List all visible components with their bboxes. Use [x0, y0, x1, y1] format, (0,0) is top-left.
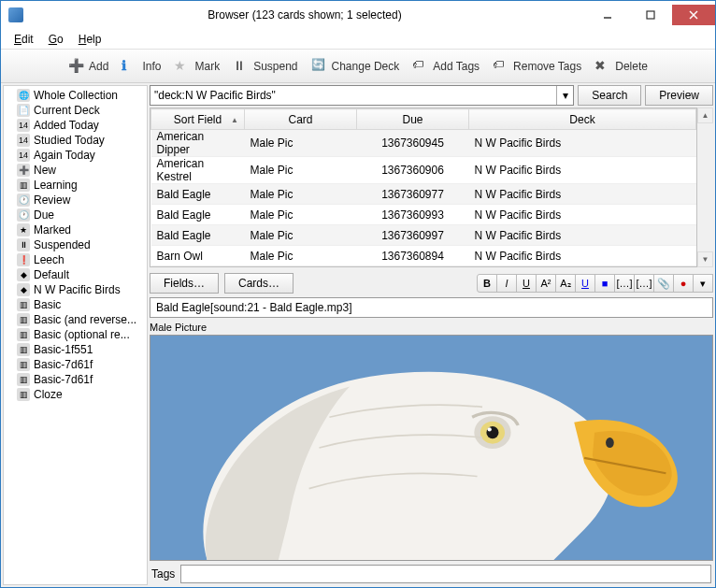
subscript-button[interactable]: A₂: [555, 274, 576, 293]
tags-input[interactable]: [180, 565, 711, 583]
tree-icon: ▥: [17, 358, 30, 371]
sidebar-item[interactable]: ❗Leech: [4, 252, 147, 267]
col-deck[interactable]: Deck: [469, 109, 696, 130]
tree-label: Review: [34, 194, 70, 207]
sidebar-item[interactable]: ▥Basic (and reverse...: [4, 312, 147, 327]
cloze-button[interactable]: […]: [614, 274, 635, 293]
record-button[interactable]: ●: [673, 274, 694, 293]
cell: N W Pacific Birds: [469, 225, 696, 246]
sidebar-item[interactable]: 🕐Due: [4, 208, 147, 222]
sidebar-item[interactable]: ▥Basic-7d61f: [4, 372, 147, 387]
sidebar-item[interactable]: ◆N W Pacific Birds: [4, 282, 147, 297]
add-button[interactable]: Add: [68, 58, 108, 75]
italic-button[interactable]: I: [496, 274, 517, 293]
close-button[interactable]: [672, 5, 715, 25]
tree-icon: ▥: [17, 328, 30, 341]
cards-button[interactable]: Cards…: [224, 273, 294, 294]
sidebar-item[interactable]: ▥Basic (optional re...: [4, 327, 147, 342]
tree-icon: 🕐: [17, 194, 30, 207]
fields-button[interactable]: Fields…: [150, 273, 219, 294]
col-card[interactable]: Card: [245, 109, 357, 130]
table-scrollbar[interactable]: ▲ ▼: [697, 108, 713, 267]
tree-icon: ★: [17, 223, 30, 237]
preview-button[interactable]: Preview: [645, 85, 713, 106]
svg-rect-1: [647, 11, 654, 19]
col-sort-field[interactable]: Sort Field: [151, 109, 245, 130]
tree-icon: ▥: [17, 179, 30, 192]
sidebar-item[interactable]: 🕐Review: [4, 193, 147, 208]
superscript-button[interactable]: A²: [536, 274, 556, 293]
underline-button[interactable]: U: [516, 274, 537, 293]
more-button[interactable]: ▾: [693, 274, 713, 293]
sidebar-item[interactable]: 📄Current Deck: [4, 103, 147, 118]
remove-tags-button[interactable]: Remove Tags: [493, 58, 581, 75]
sidebar-item[interactable]: ⏸Suspended: [4, 237, 147, 252]
search-box[interactable]: ▾: [150, 85, 574, 106]
window-title: Browser (123 cards shown; 1 selected): [23, 8, 586, 22]
table-row[interactable]: Bald EagleMale Pic1367360993N W Pacific …: [151, 205, 696, 225]
table-row[interactable]: Bald EagleMale Pic1367360977N W Pacific …: [151, 184, 696, 205]
info-button[interactable]: Info: [122, 58, 161, 75]
suspend-button[interactable]: Suspend: [233, 58, 297, 75]
attach-button[interactable]: 📎: [653, 274, 674, 293]
search-dropdown-icon[interactable]: ▾: [556, 86, 573, 105]
svg-line-2: [690, 11, 697, 19]
sidebar-item[interactable]: ▥Cloze: [4, 387, 147, 402]
search-button[interactable]: Search: [578, 85, 641, 106]
search-input[interactable]: [150, 86, 556, 105]
col-due[interactable]: Due: [357, 109, 469, 130]
mark-button[interactable]: Mark: [174, 58, 220, 75]
tree-icon: 📄: [17, 104, 30, 117]
cell: Male Pic: [245, 157, 357, 184]
sidebar-item[interactable]: ▥Basic-7d61f: [4, 357, 147, 372]
table-row[interactable]: American DipperMale Pic1367360945N W Pac…: [151, 130, 696, 157]
remove-tag-icon: [493, 58, 509, 75]
sidebar-item[interactable]: ◆Default: [4, 267, 147, 282]
minimize-button[interactable]: [586, 5, 629, 25]
sidebar-item[interactable]: 14Again Today: [4, 148, 147, 163]
delete-button[interactable]: Delete: [594, 58, 648, 75]
tree-label: N W Pacific Birds: [34, 283, 121, 296]
scroll-up-icon[interactable]: ▲: [697, 108, 713, 123]
sidebar[interactable]: 🌐Whole Collection📄Current Deck14Added To…: [3, 85, 148, 585]
cell: 1367360997: [357, 225, 469, 246]
app-icon: [8, 7, 23, 22]
main-area: 🌐Whole Collection📄Current Deck14Added To…: [1, 83, 715, 587]
tree-icon: 14: [17, 119, 30, 132]
change-deck-button[interactable]: Change Deck: [311, 58, 400, 75]
change-deck-icon: [311, 58, 328, 75]
table-row[interactable]: American KestrelMale Pic1367360906N W Pa…: [151, 157, 696, 184]
bold-button[interactable]: B: [477, 274, 497, 293]
menu-help[interactable]: Help: [73, 31, 107, 48]
tree-label: Suspended: [34, 238, 91, 251]
tree-icon: ▥: [17, 313, 30, 326]
sidebar-item[interactable]: 14Added Today: [4, 118, 147, 133]
maximize-button[interactable]: [629, 5, 672, 25]
menu-go[interactable]: Go: [43, 31, 69, 48]
sidebar-item[interactable]: ★Marked: [4, 222, 147, 237]
pause-icon: [233, 58, 250, 75]
add-tags-button[interactable]: Add Tags: [412, 58, 480, 75]
tree-label: Basic-7d61f: [34, 373, 93, 386]
tree-label: Due: [34, 208, 54, 222]
color-picker-button[interactable]: ■: [594, 274, 615, 293]
field-image[interactable]: [150, 335, 713, 561]
sidebar-item[interactable]: ▥Basic: [4, 297, 147, 312]
field-front[interactable]: Bald Eagle[sound:21 - Bald Eagle.mp3]: [150, 297, 713, 318]
sidebar-item[interactable]: 14Studied Today: [4, 133, 147, 148]
info-icon: [122, 58, 138, 75]
add-icon: [68, 58, 85, 75]
color-underline-button[interactable]: U: [575, 274, 595, 293]
sidebar-item[interactable]: ▥Learning: [4, 178, 147, 193]
sidebar-item[interactable]: 🌐Whole Collection: [4, 88, 147, 103]
scroll-down-icon[interactable]: ▼: [697, 251, 713, 267]
tree-icon: 14: [17, 134, 30, 147]
menu-edit[interactable]: Edit: [8, 31, 39, 48]
table-row[interactable]: Bald EagleMale Pic1367360997N W Pacific …: [151, 225, 696, 246]
sidebar-item[interactable]: ➕New: [4, 163, 147, 178]
card-table[interactable]: Sort Field Card Due Deck American Dipper…: [150, 108, 697, 267]
cell: 1367360906: [357, 157, 469, 184]
table-row[interactable]: Barn OwlMale Pic1367360894N W Pacific Bi…: [151, 246, 696, 266]
sidebar-item[interactable]: ▥Basic-1f551: [4, 342, 147, 357]
cloze-alt-button[interactable]: […]: [634, 274, 654, 293]
